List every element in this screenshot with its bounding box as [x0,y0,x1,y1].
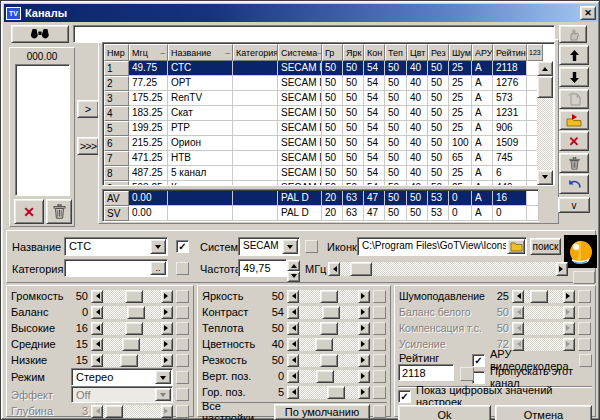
system-value[interactable]: SECAM D [239,238,281,255]
cell-shum[interactable]: 25 [449,181,472,185]
slider-attach-button[interactable] [373,386,386,399]
cell-cvt[interactable]: 40 [407,91,428,106]
cell-aru[interactable]: A [472,166,493,181]
cell-yar[interactable]: 63 [343,206,364,221]
slider-right-arrow[interactable] [563,290,575,303]
table-row[interactable]: 6215.25ОрионSECAM D505054504050100A1509 [104,136,537,151]
cell-rating[interactable]: 745 [493,151,527,166]
cell-rez[interactable]: 50 [428,136,449,151]
slider-right-arrow[interactable] [161,290,173,303]
slider-track[interactable] [299,338,358,351]
mode-combo[interactable]: Стерео [71,368,173,386]
cell-freq[interactable]: 471.25 [129,151,168,166]
slider-attach-button[interactable] [176,338,189,351]
new-channel-button[interactable] [559,89,589,109]
remove-selected-button[interactable]: ✕ [14,199,44,224]
ok-button[interactable]: Ok [398,405,491,420]
column-header[interactable]: Название– [168,44,233,61]
cell-yar[interactable]: 63 [343,191,364,206]
slider[interactable] [287,370,370,383]
slider-thumb[interactable] [125,322,143,335]
cell-tep[interactable]: 50 [385,166,407,181]
cell-name[interactable]: К [168,181,233,185]
column-header[interactable]: Система– [278,44,322,61]
cell-sys[interactable]: SECAM D [278,181,322,185]
cell-aru[interactable]: A [472,76,493,91]
slider[interactable] [287,322,370,335]
chevron-down-icon[interactable] [155,370,171,384]
cell-shum[interactable]: 65 [449,151,472,166]
cell-tep[interactable]: 50 [385,136,407,151]
slider-thumb[interactable] [322,306,340,319]
move-all-button[interactable]: >>> [77,137,99,155]
cell-extra[interactable] [527,191,539,206]
slider-track[interactable] [299,322,358,335]
slider-attach-button[interactable] [373,338,386,351]
clear-list-button[interactable] [46,199,72,224]
cell-rating[interactable]: 1509 [493,136,527,151]
cell-gr[interactable]: 50 [322,61,343,76]
cell-cat[interactable] [233,166,278,181]
cell-extra[interactable] [527,106,537,121]
cell-sys[interactable]: SECAM D [278,166,322,181]
cell-name[interactable]: RenTV [168,91,233,106]
column-header[interactable]: Кон [364,44,385,61]
cell-num[interactable]: 5 [104,121,129,136]
cell-aru[interactable]: A [472,61,493,76]
spin-up-icon[interactable] [287,260,300,271]
chevron-down-icon[interactable] [150,239,166,254]
browse-button[interactable]: .. [150,261,166,275]
slider-thumb[interactable] [127,306,145,319]
slider-thumb[interactable] [125,290,143,303]
cell-cvt[interactable]: 40 [407,61,428,76]
slider-right-arrow[interactable] [358,322,370,335]
scroll-up-icon[interactable] [537,61,553,76]
column-header[interactable]: Цвт [407,44,428,61]
slider[interactable] [91,290,173,303]
accept-button[interactable]: v [558,197,590,213]
cell-extra[interactable] [527,91,537,106]
cell-gr[interactable]: 50 [322,166,343,181]
cell-kon[interactable]: 54 [364,166,385,181]
cell-cat[interactable] [233,76,278,91]
avsv-grid[interactable]: AV0.00PAL D2063475050530A16SV0.00PAL D20… [102,189,539,222]
slider-right-arrow[interactable] [161,354,173,367]
drag-hand-button[interactable] [559,25,587,43]
icon-path-field[interactable]: C:\Program Files\GoTView\Icons\CTC. [357,237,527,256]
column-header[interactable]: Нмр [104,44,129,61]
slider-track[interactable] [299,370,358,383]
cell-rating[interactable]: 16 [493,191,527,206]
cell-rez[interactable]: 50 [428,181,449,185]
slider-attach-button[interactable] [373,322,386,335]
cell-cat[interactable] [233,91,278,106]
cell-yar[interactable]: 50 [343,166,364,181]
icon-search-button[interactable]: поиск [530,238,561,255]
cell-tep[interactable]: 50 [385,151,407,166]
slider[interactable] [91,354,173,367]
cell-gr[interactable]: 50 [322,76,343,91]
spin-down-icon[interactable] [287,271,300,282]
name-value[interactable]: СТС [65,238,149,255]
cell-yar[interactable]: 50 [343,121,364,136]
cell-gr[interactable]: 50 [322,151,343,166]
cell-rez[interactable]: 53 [428,206,449,221]
cell-extra[interactable] [527,61,537,76]
cell-rez[interactable]: 50 [428,106,449,121]
cell-cvt[interactable]: 50 [407,191,428,206]
cell-kon[interactable]: 54 [364,61,385,76]
cell-aru[interactable]: A [472,91,493,106]
mode-value[interactable]: Стерео [72,369,154,385]
cell-kon[interactable]: 54 [364,106,385,121]
vertical-scrollbar[interactable] [537,61,553,185]
all-settings-label[interactable]: Все настройки [202,400,271,420]
cell-rating[interactable]: 449 [493,181,527,185]
column-header[interactable]: Шум [449,44,472,61]
category-checkbox[interactable] [176,262,189,275]
slider-thumb[interactable] [320,290,338,303]
cell-rating[interactable]: 1276 [493,76,527,91]
cell-kon[interactable]: 54 [364,121,385,136]
cell-aru[interactable]: A [472,106,493,121]
cell-shum[interactable]: 25 [449,166,472,181]
defaults-button[interactable]: По умолчанию [274,404,370,420]
frequency-field[interactable]: 49,75 [238,259,287,277]
